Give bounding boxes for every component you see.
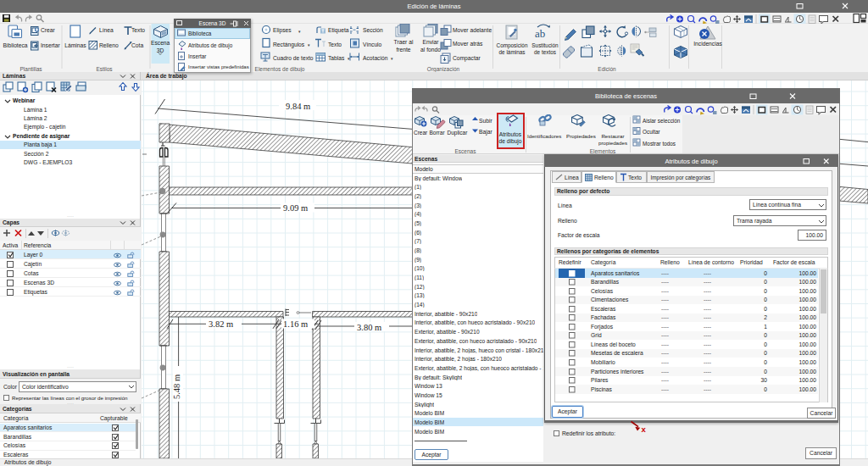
svg-text:1.16 m: 1.16 m [283, 319, 308, 329]
svg-text:x: x [642, 424, 647, 434]
svg-text:3.80 m: 3.80 m [357, 323, 381, 332]
svg-text:5.48 m: 5.48 m [172, 374, 181, 399]
svg-text:9.84 m: 9.84 m [286, 102, 310, 111]
svg-text:9.09 m: 9.09 m [283, 203, 308, 213]
svg-text:3.82 m: 3.82 m [209, 319, 233, 329]
